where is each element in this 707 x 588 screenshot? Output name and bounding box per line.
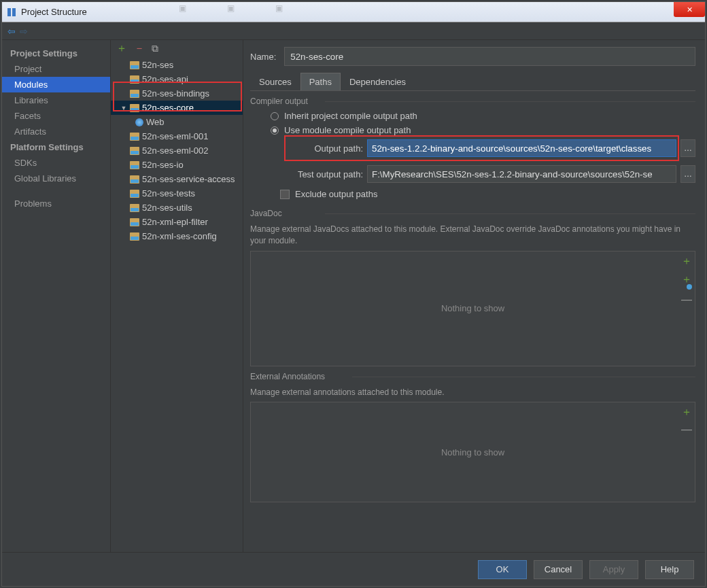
remove-javadoc-icon[interactable]: —: [681, 294, 692, 306]
tree-item-child[interactable]: Web: [111, 115, 243, 129]
radio-on-icon: [271, 126, 279, 135]
add-annotation-icon[interactable]: ＋: [681, 405, 692, 419]
module-detail-panel: Name: SourcesPathsDependencies Compiler …: [243, 40, 705, 552]
tree-item[interactable]: 52n-ses-api: [111, 72, 243, 86]
folder-icon: [130, 90, 139, 98]
sidebar-item-artifacts[interactable]: Artifacts: [2, 124, 110, 139]
tab-dependencies[interactable]: Dependencies: [341, 73, 415, 90]
compiler-output-section: Compiler output: [250, 97, 695, 106]
sidebar-item-sdks[interactable]: SDKs: [2, 155, 110, 171]
tree-item[interactable]: 52n-ses-utils: [111, 201, 243, 215]
help-button[interactable]: Help: [645, 560, 694, 579]
folder-icon: [130, 147, 139, 155]
forward-icon[interactable]: ⇨: [20, 26, 28, 37]
tree-item[interactable]: 52n-ses-tests: [111, 186, 243, 201]
folder-icon: [130, 232, 139, 241]
module-name-input[interactable]: [284, 47, 695, 66]
tree-item[interactable]: 52n-ses-eml-002: [111, 143, 243, 158]
add-javadoc-icon[interactable]: ＋: [681, 254, 692, 269]
radio-module[interactable]: Use module compile output path: [250, 123, 695, 137]
browse-output-button[interactable]: …: [680, 139, 695, 157]
web-icon: [135, 118, 143, 126]
window-title: Project Structure: [21, 7, 87, 17]
folder-icon: [130, 204, 139, 212]
javadoc-list[interactable]: Nothing to show ＋ ＋ —: [250, 251, 695, 366]
cancel-button[interactable]: Cancel: [534, 560, 583, 579]
test-output-label: Test output path:: [287, 169, 363, 179]
add-javadoc-url-icon[interactable]: ＋: [681, 273, 692, 290]
javadoc-section: JavaDoc: [250, 209, 695, 218]
folder-icon: [130, 104, 139, 112]
remove-module-icon[interactable]: －: [134, 41, 145, 56]
folder-icon: [130, 218, 139, 226]
test-output-path-row: Test output path: …: [250, 163, 695, 185]
back-icon[interactable]: ⇦: [7, 26, 16, 37]
annotations-list[interactable]: Nothing to show ＋ —: [250, 402, 695, 502]
sidebar-heading-platform: Platform Settings: [2, 139, 110, 155]
output-path-label: Output path:: [287, 143, 363, 154]
background-tabs: ▣▣▣: [179, 3, 283, 13]
svg-rect-0: [7, 8, 11, 16]
browse-test-output-button[interactable]: …: [680, 165, 695, 183]
folder-icon: [130, 61, 139, 69]
remove-annotation-icon[interactable]: —: [681, 423, 692, 436]
tree-item[interactable]: 52n-xml-epl-filter: [111, 215, 243, 229]
module-tree[interactable]: 52n-ses52n-ses-api52n-ses-bindings▼52n-s…: [111, 56, 243, 552]
folder-icon: [130, 161, 139, 169]
annotations-desc: Manage external annotations attached to …: [250, 387, 695, 398]
tree-item[interactable]: 52n-ses: [111, 58, 243, 72]
module-tree-panel: ＋ － ⧉ 52n-ses52n-ses-api52n-ses-bindings…: [111, 40, 243, 552]
sidebar-item-project[interactable]: Project: [2, 61, 110, 77]
output-path-input[interactable]: [367, 139, 676, 157]
titlebar: Project Structure ▣▣▣ ✕: [2, 2, 705, 22]
exclude-paths-checkbox[interactable]: Exclude output paths: [250, 185, 695, 203]
checkbox-icon: [280, 190, 290, 199]
copy-module-icon[interactable]: ⧉: [152, 43, 158, 54]
tree-item[interactable]: 52n-ses-eml-001: [111, 129, 243, 143]
module-tabs: SourcesPathsDependencies: [250, 73, 695, 91]
radio-inherit[interactable]: Inherit project compile output path: [250, 109, 695, 123]
tab-sources[interactable]: Sources: [250, 73, 300, 90]
settings-sidebar: Project Settings Project Modules Librari…: [2, 40, 111, 552]
test-output-input[interactable]: [367, 165, 676, 183]
apply-button[interactable]: Apply: [589, 560, 638, 579]
app-icon: [6, 7, 17, 18]
ok-button[interactable]: OK: [478, 560, 527, 579]
close-window-button[interactable]: ✕: [674, 2, 705, 17]
annotations-section: External Annotations: [250, 372, 695, 381]
folder-icon: [130, 190, 139, 198]
output-path-row: Output path: …: [250, 137, 695, 159]
tree-item[interactable]: 52n-ses-service-access: [111, 172, 243, 186]
sidebar-heading-project: Project Settings: [2, 46, 110, 61]
folder-icon: [130, 133, 139, 141]
tree-item[interactable]: ▼52n-ses-core: [111, 101, 243, 115]
sidebar-item-libraries[interactable]: Libraries: [2, 92, 110, 108]
tree-item[interactable]: 52n-xml-ses-config: [111, 229, 243, 243]
name-label: Name:: [250, 52, 276, 62]
sidebar-item-modules[interactable]: Modules: [2, 77, 110, 92]
javadoc-desc: Manage external JavaDocs attached to thi…: [250, 224, 695, 247]
tab-paths[interactable]: Paths: [300, 73, 341, 90]
dialog-footer: OK Cancel Apply Help: [2, 552, 705, 586]
history-toolbar: ⇦ ⇨: [2, 22, 705, 40]
tree-item[interactable]: 52n-ses-io: [111, 158, 243, 172]
sidebar-item-facets[interactable]: Facets: [2, 108, 110, 124]
tree-item[interactable]: 52n-ses-bindings: [111, 86, 243, 101]
add-module-icon[interactable]: ＋: [116, 41, 127, 56]
sidebar-item-problems[interactable]: Problems: [2, 196, 110, 211]
radio-off-icon: [271, 112, 279, 120]
sidebar-item-global-libraries[interactable]: Global Libraries: [2, 171, 110, 186]
folder-icon: [130, 75, 139, 84]
svg-rect-1: [12, 8, 16, 16]
folder-icon: [130, 175, 139, 184]
